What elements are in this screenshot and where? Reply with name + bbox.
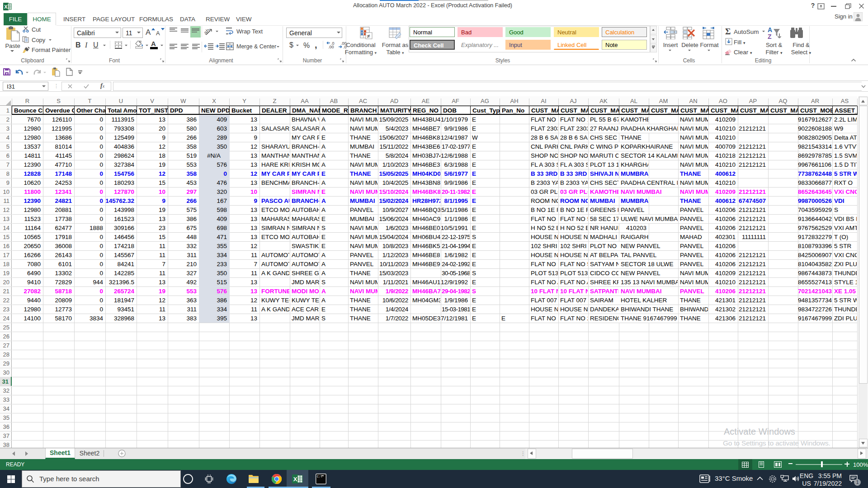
svg-text:X: X — [293, 476, 297, 483]
svg-text:A: A — [768, 26, 772, 33]
svg-text:ab: ab — [204, 27, 211, 36]
svg-text:.00: .00 — [328, 45, 334, 49]
svg-text:Z: Z — [768, 33, 772, 40]
svg-text:≠: ≠ — [367, 33, 370, 39]
